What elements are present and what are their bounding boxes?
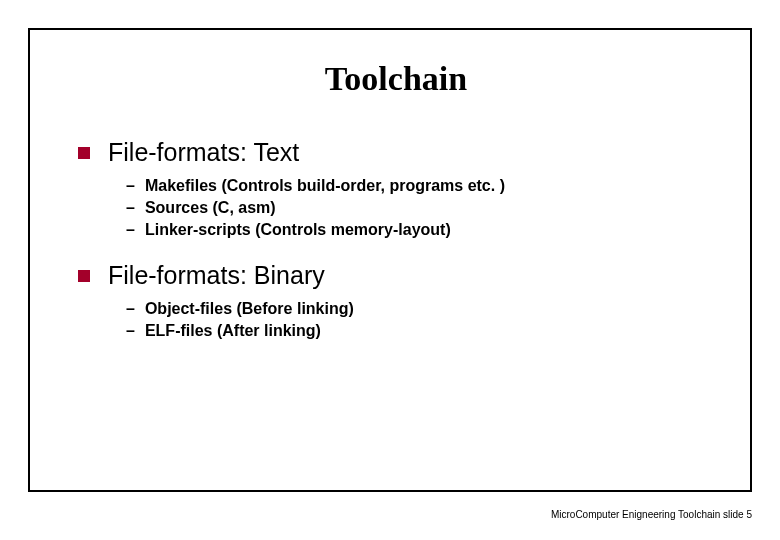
dash-bullet-icon: – [126,199,135,217]
bullet-level2: – ELF-files (After linking) [126,322,714,340]
square-bullet-icon [78,147,90,159]
bullet-level2-text: Object-files (Before linking) [145,300,354,318]
bullet-level1-text: File-formats: Binary [108,261,325,290]
bullet-level2-group: – Makefiles (Controls build-order, progr… [126,177,714,239]
square-bullet-icon [78,270,90,282]
bullet-level2: – Sources (C, asm) [126,199,714,217]
slide: Toolchain File-formats: Text – Makefiles… [0,0,780,540]
dash-bullet-icon: – [126,177,135,195]
slide-footer: MicroComputer Enigneering Toolchain slid… [551,509,752,520]
slide-title: Toolchain [78,60,714,98]
dash-bullet-icon: – [126,300,135,318]
dash-bullet-icon: – [126,322,135,340]
bullet-level2-group: – Object-files (Before linking) – ELF-fi… [126,300,714,340]
slide-frame: Toolchain File-formats: Text – Makefiles… [28,28,752,492]
bullet-level2-text: Makefiles (Controls build-order, program… [145,177,505,195]
bullet-level1: File-formats: Binary [78,261,714,290]
bullet-level2-text: Linker-scripts (Controls memory-layout) [145,221,451,239]
bullet-level2: – Object-files (Before linking) [126,300,714,318]
bullet-level2-text: ELF-files (After linking) [145,322,321,340]
bullet-level2: – Makefiles (Controls build-order, progr… [126,177,714,195]
bullet-level1-text: File-formats: Text [108,138,299,167]
dash-bullet-icon: – [126,221,135,239]
bullet-level2-text: Sources (C, asm) [145,199,276,217]
bullet-level1: File-formats: Text [78,138,714,167]
bullet-level2: – Linker-scripts (Controls memory-layout… [126,221,714,239]
